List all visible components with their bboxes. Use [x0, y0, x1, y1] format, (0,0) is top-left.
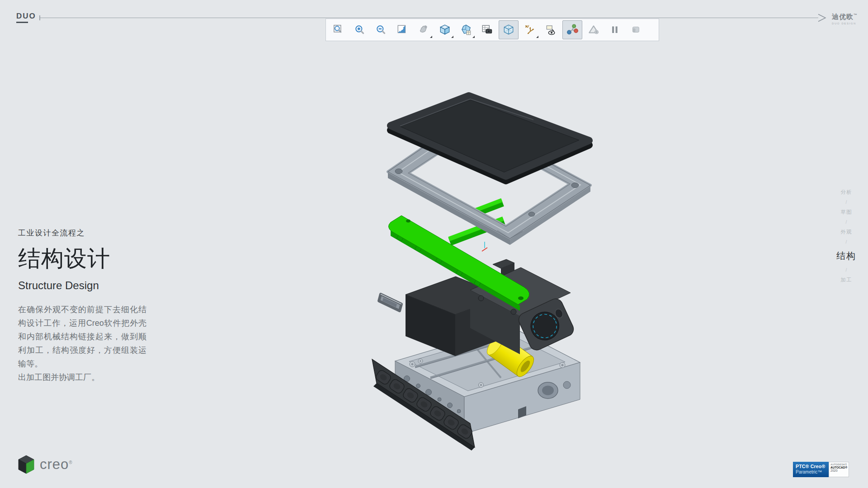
- brand-trademark: ™: [854, 13, 858, 17]
- process-separator: /: [846, 200, 847, 205]
- autocad-badge: AUTODESK® AUTOCAD® 2020: [829, 462, 849, 477]
- process-item-sketch[interactable]: 草图: [841, 209, 852, 216]
- display-style-icon: [439, 23, 451, 36]
- repaint-icon: [396, 23, 409, 36]
- render-style-button[interactable]: [414, 20, 434, 39]
- software-badges: PTC® Creo® Parametric™ AUTODESK® AUTOCAD…: [793, 462, 849, 477]
- perspective-icon: [587, 23, 600, 36]
- autocad-year: 2020: [830, 469, 847, 472]
- eyebrow-text: 工业设计全流程之: [18, 228, 149, 238]
- title-block: 工业设计全流程之 结构设计 Structure Design 在确保外观不变的前…: [18, 228, 149, 384]
- side-button: [379, 294, 401, 311]
- zoom-region-button[interactable]: [329, 20, 349, 39]
- view-toolbar: [326, 19, 659, 41]
- zoom-in-button[interactable]: [350, 20, 370, 39]
- appearance-gallery-icon: [460, 23, 472, 36]
- drag-components-icon: [630, 23, 642, 36]
- brand-name: 迪优欧: [832, 13, 854, 20]
- brand-logo: 迪优欧™ DUO DESIGN: [832, 13, 858, 25]
- process-menu: 分析 / 草图 / 外观 / 结构 / 加工: [831, 189, 862, 283]
- dropdown-arrow-icon[interactable]: [472, 36, 475, 38]
- zoom-in-icon: [354, 23, 366, 36]
- drag-components-button[interactable]: [626, 20, 646, 39]
- process-item-machining[interactable]: 加工: [841, 277, 852, 283]
- ptc-creo-badge: PTC® Creo® Parametric™: [793, 462, 829, 477]
- description-text: 在确保外观不变的前提下去细化结构设计工作，运用Creo软件把外壳和内部机械结构链…: [18, 303, 146, 384]
- view-images-button[interactable]: [477, 20, 497, 39]
- duo-logo-text: DUO: [16, 12, 36, 21]
- brand-subtext: DUO DESIGN: [832, 22, 858, 25]
- page-subtitle: Structure Design: [18, 279, 149, 292]
- process-item-analysis[interactable]: 分析: [841, 189, 852, 196]
- process-separator: /: [846, 239, 847, 244]
- process-item-structure[interactable]: 结构: [836, 250, 856, 262]
- view-images-icon: [481, 23, 494, 36]
- display-style-button[interactable]: [435, 20, 455, 39]
- ptc-badge-subtitle: Parametric™: [796, 469, 826, 474]
- exploded-view-icon: [566, 23, 579, 36]
- registered-mark: ®: [69, 460, 72, 465]
- page-title: 结构设计: [18, 244, 149, 274]
- creo-wordmark: creo: [40, 456, 69, 472]
- creo-cube-icon: [17, 455, 35, 474]
- dropdown-arrow-icon[interactable]: [430, 36, 432, 38]
- annotation-display-button[interactable]: [541, 20, 561, 39]
- render-style-icon: [417, 23, 430, 36]
- dropdown-arrow-icon[interactable]: [451, 36, 453, 38]
- exploded-view-button[interactable]: [562, 20, 582, 39]
- pause-button[interactable]: [605, 20, 625, 39]
- zoom-out-button[interactable]: [371, 20, 391, 39]
- transparency-button[interactable]: [499, 20, 519, 39]
- zoom-region-icon: [332, 23, 345, 36]
- appearance-gallery-button[interactable]: [456, 20, 476, 39]
- datum-display-button[interactable]: [520, 20, 540, 39]
- duo-logo-underline: [16, 22, 28, 23]
- perspective-button[interactable]: [584, 20, 604, 39]
- repaint-button[interactable]: [392, 20, 412, 39]
- creo-logo: creo®: [17, 455, 73, 474]
- process-separator: /: [846, 220, 847, 225]
- process-separator: /: [846, 267, 847, 272]
- dropdown-arrow-icon[interactable]: [536, 36, 538, 38]
- ptc-badge-title: PTC® Creo®: [796, 464, 826, 469]
- autocad-label: AUTOCAD®: [830, 466, 847, 469]
- duo-logo: DUO: [16, 12, 36, 23]
- pause-icon: [609, 23, 621, 36]
- datum-display-icon: [524, 23, 536, 36]
- slide: DUO 迪优欧™ DUO DESIGN: [0, 0, 868, 488]
- description-paragraph: 在确保外观不变的前提下去细化结构设计工作，运用Creo软件把外壳和内部机械结构链…: [18, 303, 146, 371]
- description-paragraph: 出加工图并协调工厂。: [18, 371, 146, 384]
- process-item-appearance[interactable]: 外观: [841, 229, 852, 235]
- annotation-display-icon: [545, 23, 557, 36]
- transparency-icon: [502, 23, 515, 36]
- zoom-out-icon: [375, 23, 387, 36]
